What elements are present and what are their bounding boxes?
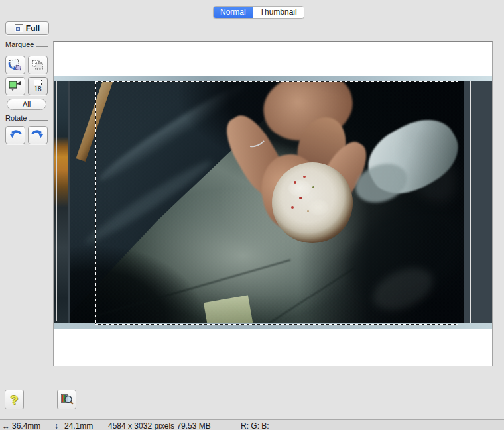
selection-height-value: 24.1mm — [64, 421, 93, 430]
label-rule — [36, 46, 48, 47]
duplicate-marquee-icon — [31, 58, 45, 72]
film-strip-preview[interactable] — [54, 76, 492, 329]
tab-normal[interactable]: Normal — [214, 7, 253, 18]
help-icon: ? — [11, 394, 19, 406]
height-arrow-icon: ↕ — [54, 421, 58, 430]
marquee-number-icon: 18 — [34, 80, 42, 93]
selection-marquee-left[interactable] — [95, 81, 96, 324]
all-marquees-button[interactable]: All — [7, 99, 46, 110]
film-edge-top — [54, 76, 492, 81]
inactive-marquee-left[interactable] — [56, 79, 66, 321]
status-bar: ↔ 36.4mm ↕ 24.1mm 4584 x 3032 pixels 79.… — [0, 419, 504, 430]
selection-size-info: 4584 x 3032 pixels 79.53 MB — [108, 421, 211, 430]
marquee-label-text: Marquee — [5, 40, 34, 48]
film-frame-right-sliver — [470, 76, 492, 329]
label-rule — [29, 120, 48, 121]
tab-thumbnail[interactable]: Thumbnail — [253, 7, 304, 18]
view-mode-tabs: Normal Thumbnail — [213, 6, 304, 19]
full-frame-icon — [15, 24, 23, 32]
densitometer-icon — [60, 393, 74, 406]
rotate-left-button[interactable] — [5, 126, 25, 144]
selection-marquee-right[interactable] — [458, 81, 458, 324]
duplicate-marquee-button[interactable] — [28, 56, 48, 74]
rotate-right-icon — [31, 129, 45, 142]
selection-width-value: 36.4mm — [12, 421, 40, 430]
scanner-preview-window: { "view_tabs": { "normal_label": "Normal… — [0, 0, 504, 430]
preview-canvas[interactable] — [53, 41, 493, 366]
rgb-readout: R: G: B: — [241, 421, 269, 430]
selection-marquee-top[interactable] — [95, 81, 458, 82]
rotate-label-text: Rotate — [5, 114, 27, 122]
auto-locate-icon — [8, 80, 23, 93]
help-button[interactable]: ? — [5, 390, 24, 409]
photo-art-vignette — [70, 80, 464, 324]
selection-marquee-bottom[interactable] — [95, 324, 458, 325]
dashed-square — [34, 80, 42, 85]
densitometer-button[interactable] — [57, 390, 76, 409]
width-arrow-icon: ↔ — [2, 421, 10, 430]
delete-marquee-icon — [8, 58, 23, 72]
rotate-section-label: Rotate — [5, 114, 48, 122]
delete-marquee-button[interactable] — [5, 56, 25, 74]
marquee-count-button[interactable]: 18 — [28, 77, 48, 95]
rotate-right-button[interactable] — [28, 126, 48, 144]
rotate-left-icon — [8, 129, 23, 142]
full-button-label: Full — [26, 24, 40, 33]
auto-locate-button[interactable] — [5, 77, 25, 95]
marquee-section-label: Marquee — [5, 40, 48, 48]
full-button[interactable]: Full — [5, 21, 49, 35]
scanned-photo[interactable] — [70, 80, 464, 324]
marquee-count-value: 18 — [34, 86, 41, 93]
